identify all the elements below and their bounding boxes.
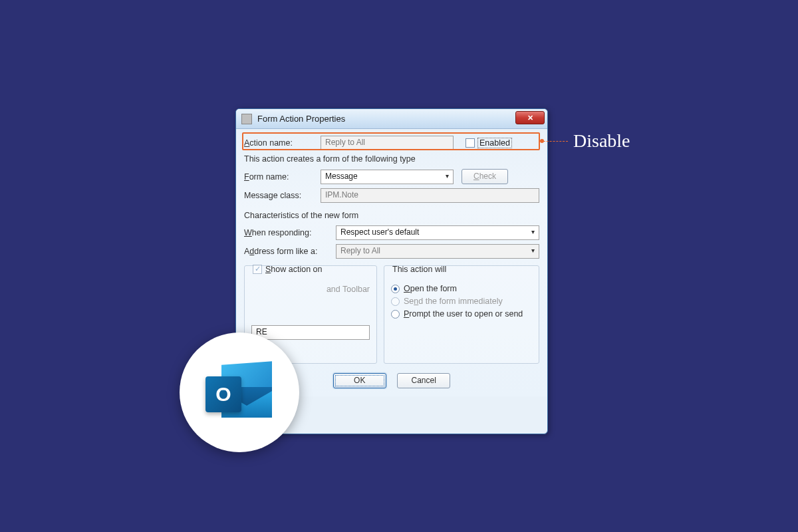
groupboxes: Show action on and Toolbar RE This actio…	[244, 265, 539, 364]
callout-line	[540, 141, 568, 142]
dialog-title: Form Action Properties	[257, 114, 345, 124]
action-name-label: Action name:	[244, 138, 321, 148]
form-name-label: Form name:	[244, 172, 321, 182]
prompt-radio-line[interactable]: Prompt the user to open or send	[391, 309, 532, 319]
show-action-legend: Show action on	[250, 265, 325, 274]
message-class-label: Message class:	[244, 191, 321, 200]
cancel-button[interactable]: Cancel	[397, 373, 450, 388]
outlook-letter: O	[205, 376, 241, 412]
address-like-label: Address form like a:	[244, 247, 336, 256]
when-responding-row: When responding: Respect user's default	[244, 225, 539, 240]
this-action-group: This action will Open the form Send the …	[384, 265, 539, 364]
close-icon: ✕	[527, 114, 533, 122]
message-class-input: IPM.Note	[321, 188, 539, 203]
prompt-radio[interactable]	[391, 310, 400, 319]
check-button[interactable]: Check	[462, 169, 508, 184]
prefix-row: RE	[251, 325, 370, 340]
message-class-row: Message class: IPM.Note	[244, 188, 539, 203]
close-button[interactable]: ✕	[515, 111, 545, 124]
address-like-row: Address form like a: Reply to All	[244, 244, 539, 259]
menu-toolbar-label: and Toolbar	[327, 285, 370, 294]
ok-button[interactable]: OK	[333, 373, 386, 388]
send-immediately-radio-line[interactable]: Send the form immediately	[391, 297, 532, 306]
action-name-row: Action name: Reply to All Enabled	[244, 136, 539, 150]
enabled-checkbox[interactable]	[466, 138, 475, 148]
titlebar[interactable]: Form Action Properties ✕	[236, 109, 547, 129]
callout-text: Disable	[573, 130, 630, 152]
when-responding-label: When responding:	[244, 228, 336, 237]
creates-text: This action creates a form of the follow…	[244, 154, 539, 164]
outlook-badge: O	[180, 332, 299, 452]
show-action-checkbox[interactable]	[253, 265, 262, 274]
this-action-legend: This action will	[390, 265, 449, 274]
prefix-input[interactable]: RE	[251, 325, 370, 340]
outlook-icon: O	[203, 359, 276, 426]
when-responding-dropdown[interactable]: Respect user's default	[336, 225, 539, 240]
send-immediately-radio[interactable]	[391, 297, 400, 306]
open-form-radio-line[interactable]: Open the form	[391, 284, 532, 293]
open-form-radio[interactable]	[391, 285, 400, 293]
action-name-input[interactable]: Reply to All	[321, 136, 454, 150]
app-icon	[241, 114, 252, 124]
form-name-row: Form name: Message Check	[244, 169, 539, 184]
address-like-dropdown[interactable]: Reply to All	[336, 244, 539, 259]
characteristics-text: Characteristics of the new form	[244, 211, 539, 220]
menu-toolbar-line: and Toolbar	[251, 285, 370, 294]
form-name-dropdown[interactable]: Message	[321, 170, 454, 184]
enabled-label: Enabled	[477, 138, 512, 148]
